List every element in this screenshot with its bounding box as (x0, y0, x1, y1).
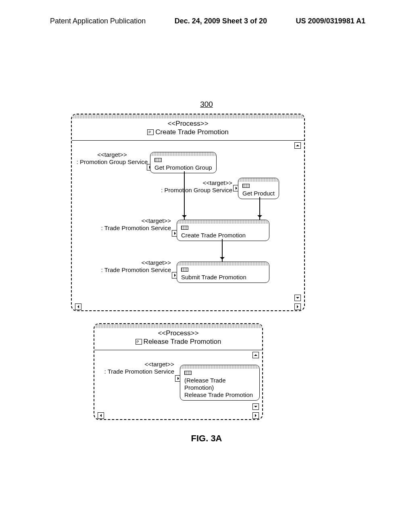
process-release-trade-promotion: <<Process>> Release Trade Promotion <<ta… (94, 323, 263, 420)
activity-create-trade-promotion: Create Trade Promotion (177, 220, 269, 241)
process-stereotype: <<Process>> (167, 120, 208, 127)
port-down-icon (252, 403, 259, 410)
process-name: Create Trade Promotion (155, 128, 228, 136)
target-label: <<target>> : Trade Promotion Service (94, 217, 171, 232)
port-left-icon (75, 303, 81, 310)
arrow-icon (184, 171, 185, 220)
process-icon (136, 339, 142, 345)
activity-icon (181, 268, 188, 272)
process-name: Release Trade Promotion (144, 337, 221, 346)
process-body: <<target>> : Promotion Group Service Get… (72, 141, 304, 312)
target-label: <<target>> : Trade Promotion Service (94, 259, 171, 274)
arrow-icon (259, 197, 260, 220)
process-body: <<target>> : Trade Promotion Service (Re… (94, 350, 262, 421)
target-label: <<target>> : Promotion Group Service (76, 151, 148, 166)
header-left: Patent Application Publication (50, 17, 146, 25)
port-left-icon (98, 412, 104, 419)
activity-get-product: Get Product (238, 178, 279, 199)
figure-reference-number: 300 (200, 100, 213, 109)
port-up-icon (294, 142, 301, 149)
activity-icon (154, 158, 162, 162)
header-right: US 2009/0319981 A1 (296, 17, 365, 25)
port-right-icon (252, 412, 259, 419)
activity-release-trade-promotion: (Release Trade Promotion) Release Trade … (180, 365, 260, 401)
page-header: Patent Application Publication Dec. 24, … (0, 17, 413, 25)
activity-submit-trade-promotion: Submit Trade Promotion (177, 262, 269, 283)
port-down-icon (294, 295, 301, 301)
target-label: <<target>> : Promotion Group Service (156, 179, 232, 194)
patent-figure-page: Patent Application Publication Dec. 24, … (0, 0, 413, 532)
header-center: Dec. 24, 2009 Sheet 3 of 20 (175, 17, 267, 25)
activity-icon (184, 371, 192, 375)
port-right-icon (294, 303, 301, 310)
figure-caption: FIG. 3A (191, 433, 222, 444)
target-label: <<target>> : Trade Promotion Service (98, 361, 174, 375)
process-title: <<Process>> Create Trade Promotion (72, 114, 304, 140)
process-icon (147, 129, 154, 135)
activity-icon (181, 226, 188, 230)
process-title: <<Process>> Release Trade Promotion (94, 324, 262, 350)
arrow-icon (222, 239, 223, 262)
process-stereotype: <<Process>> (158, 329, 198, 337)
activity-icon (242, 184, 250, 188)
activity-get-promotion-group: Get Promotion Group (150, 152, 217, 173)
port-up-icon (252, 352, 259, 358)
process-create-trade-promotion: <<Process>> Create Trade Promotion <<tar… (71, 114, 305, 311)
